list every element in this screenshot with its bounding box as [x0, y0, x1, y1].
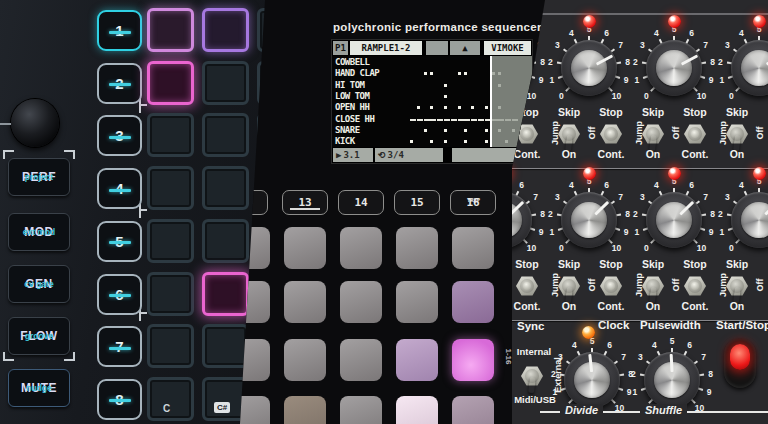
performance-pad-r1c2[interactable]: [284, 227, 326, 269]
dial-scale-number: 0: [640, 91, 652, 101]
performance-pad-r3c3[interactable]: [340, 339, 382, 381]
dial-scale-number: 6: [686, 28, 698, 38]
dial-scale-number: 10: [696, 243, 708, 253]
left-pad-r3c1[interactable]: [147, 113, 194, 157]
dial-scale-number: 4: [565, 28, 577, 38]
startstop-led-lens: [730, 344, 750, 370]
dial-scale-number: 0: [725, 243, 737, 253]
channel-knob-row2-3[interactable]: 012345678910: [629, 175, 719, 265]
dial-scale-number: 4: [650, 180, 662, 190]
channel-knob-row2-4[interactable]: 012345678910: [714, 175, 768, 265]
dial-scale-number: 9: [703, 387, 715, 397]
left-pad-r2c1[interactable]: [147, 61, 194, 105]
channel-led: [583, 15, 596, 28]
dial-scale-number: 1: [631, 75, 643, 85]
left-pad-r3c2[interactable]: [202, 113, 249, 157]
skip-switch-top-label: Skip: [631, 106, 675, 118]
skip-toggle[interactable]: [557, 122, 581, 146]
stop-switch-top-label: Stop: [673, 106, 717, 118]
skip-toggle[interactable]: [725, 274, 749, 298]
stop-switch-bottom-label: Cont.: [673, 148, 717, 160]
performance-pad-r1c3[interactable]: [340, 227, 382, 269]
left-pad-r7c2[interactable]: [202, 324, 249, 368]
skip-toggle[interactable]: [641, 122, 665, 146]
left-pad-r6c2[interactable]: [202, 272, 249, 316]
sync-toggle[interactable]: [520, 364, 544, 388]
skip-switch-top-label: Skip: [547, 258, 591, 270]
left-pad-r1c1[interactable]: [147, 8, 194, 52]
stop-switch-top-label: Stop: [589, 258, 633, 270]
performance-pad-r4c5[interactable]: [452, 396, 494, 424]
left-pad-r4c2[interactable]: [202, 166, 249, 210]
skip-switch-side-label: Off: [671, 279, 681, 292]
dial-scale-number: 7: [698, 352, 710, 362]
performance-pad-r3c4[interactable]: [396, 339, 438, 381]
left-pad-r6c1[interactable]: [147, 272, 194, 316]
performance-pad-r1c5[interactable]: [452, 227, 494, 269]
skip-toggle[interactable]: [641, 274, 665, 298]
dial-scale-number: 4: [735, 28, 747, 38]
skip-switch-side-label: Off: [587, 279, 597, 292]
performance-pad-r3c2[interactable]: [284, 339, 326, 381]
stop-toggle[interactable]: [599, 122, 623, 146]
skip-switch-top-label: Skip: [631, 258, 675, 270]
stop-switch-bottom-label: Cont.: [673, 300, 717, 312]
dial-scale-number: 1: [631, 227, 643, 237]
skip-switch-side-label: Off: [671, 127, 681, 140]
knob-pointer: [669, 354, 673, 372]
dial-scale-number: 10: [526, 243, 538, 253]
dial-scale-number: 5: [666, 336, 678, 346]
left-pad-r5c1[interactable]: [147, 219, 194, 263]
dial-scale-number: 1: [716, 75, 728, 85]
performance-pad-r2c5[interactable]: [452, 281, 494, 323]
left-pad-r4c1[interactable]: [147, 166, 194, 210]
stop-toggle[interactable]: [515, 274, 539, 298]
pad-range-label: 1-16: [504, 348, 513, 364]
performance-pad-r2c3[interactable]: [340, 281, 382, 323]
dial-scale-number: 1: [629, 387, 641, 397]
performance-pad-r1c4[interactable]: [396, 227, 438, 269]
stop-switch-top-label: Stop: [673, 258, 717, 270]
skip-switch-top-label: Skip: [715, 106, 759, 118]
left-pad-r1c2[interactable]: [202, 8, 249, 52]
performance-pad-r4c3[interactable]: [340, 396, 382, 424]
dial-scale-number: 4: [565, 180, 577, 190]
dial-scale-number: 6: [601, 180, 613, 190]
dial-scale-number: 1: [716, 227, 728, 237]
performance-pad-r2c4[interactable]: [396, 281, 438, 323]
channel-knob-row2-2[interactable]: 012345678910: [544, 175, 634, 265]
stop-toggle[interactable]: [599, 274, 623, 298]
skip-switch-side-label: Off: [755, 127, 765, 140]
stop-toggle[interactable]: [683, 122, 707, 146]
shuffle-caption: Shuffle: [640, 404, 687, 416]
dial-scale-number: 0: [555, 243, 567, 253]
dial-scale-number: 2: [714, 57, 726, 67]
trigger-panel: 0123456789100123456789100123456789100123…: [512, 0, 768, 424]
channel-rows: 0123456789100123456789100123456789100123…: [512, 0, 768, 320]
performance-pad-r4c2[interactable]: [284, 396, 326, 424]
startstop-button[interactable]: [724, 338, 756, 388]
startstop-title: Start/Stop: [716, 319, 768, 331]
left-pad-r5c2[interactable]: [202, 219, 249, 263]
stop-toggle[interactable]: [683, 274, 707, 298]
skip-toggle[interactable]: [725, 122, 749, 146]
performance-pad-r2c2[interactable]: [284, 281, 326, 323]
skip-switch-side-label: Off: [755, 279, 765, 292]
skip-switch-bottom-label: On: [547, 148, 591, 160]
channel-led: [753, 15, 766, 28]
dial-scale-number: 0: [555, 91, 567, 101]
dial-scale-number: 2: [629, 57, 641, 67]
dial-scale-number: 4: [568, 340, 580, 350]
performance-pad-r3c5[interactable]: [452, 339, 494, 381]
channel-knob-row1-2[interactable]: 012345678910: [544, 23, 634, 113]
channel-knob-row1-3[interactable]: 012345678910: [629, 23, 719, 113]
dial-scale-number: 10: [611, 243, 623, 253]
left-pad-r7c1[interactable]: [147, 324, 194, 368]
left-pad-r8c1[interactable]: [147, 377, 194, 421]
skip-toggle[interactable]: [557, 274, 581, 298]
channel-knob-row1-4[interactable]: 012345678910: [714, 23, 768, 113]
skip-switch-side-label: Off: [587, 127, 597, 140]
performance-pad-r4c4[interactable]: [396, 396, 438, 424]
channel-led: [753, 167, 766, 180]
left-pad-r2c2[interactable]: [202, 61, 249, 105]
